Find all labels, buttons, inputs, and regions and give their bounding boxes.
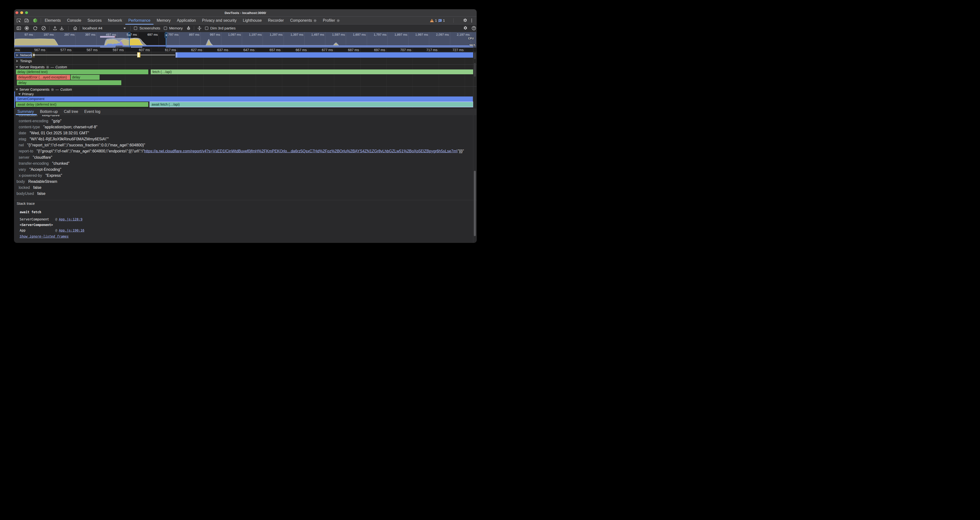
ruler-unit-label: ms [16, 48, 20, 52]
tab-lighthouse[interactable]: Lighthouse [240, 17, 265, 25]
property-value: false [33, 185, 41, 189]
react-atom-icon [51, 88, 54, 91]
flame-bar-delay[interactable]: delay [17, 80, 121, 85]
details-scrollbar-thumb[interactable] [474, 171, 476, 236]
overview-time-label: 1,597 ms [332, 33, 345, 37]
network-expand-arrow-icon[interactable] [16, 54, 18, 56]
show-ignore-listed-frames-link[interactable]: Show ignore-listed frames [20, 234, 69, 239]
timeline-overview[interactable]: 97 ms197 ms297 ms397 ms497 ms597 ms697 m… [14, 32, 477, 48]
flame-bar-delay[interactable]: delay [71, 75, 100, 80]
server-requests-track-header[interactable]: Server Requests — Custom [16, 65, 67, 69]
property-row-nel: nel"{\"report_to\":\"cf-nel\",\"success_… [19, 142, 145, 148]
ruler-time-label: 567 ms [34, 48, 45, 52]
report-endpoint-link[interactable]: https://a.nel.cloudflare.com/report/v4?s… [144, 149, 457, 153]
primary-subtrack-header[interactable]: Primary [18, 92, 34, 96]
toolbar-separator [49, 26, 49, 30]
tab-sources[interactable]: Sources [84, 17, 105, 25]
ruler-time-label: 607 ms [139, 48, 150, 52]
overview-time-label: 1,397 ms [290, 33, 303, 37]
main-pane-scrollbar-thumb[interactable] [474, 63, 476, 77]
tab-privacy-and-security[interactable]: Privacy and security [199, 17, 240, 25]
tab-memory[interactable]: Memory [154, 17, 174, 25]
toggle-sidebar-icon[interactable] [16, 26, 21, 31]
nodejs-icon [33, 18, 38, 23]
overview-time-label: 2,197 ms [457, 33, 469, 37]
property-row-transfer-encoding: transfer-encoding"chunked" [19, 160, 70, 166]
flame-bar-servercomponent[interactable]: ServerComponent [16, 97, 473, 101]
property-name: date [19, 131, 26, 135]
tab-network[interactable]: Network [105, 17, 126, 25]
network-request-block [33, 54, 35, 56]
tab-console[interactable]: Console [64, 17, 84, 25]
network-track-header[interactable]: localhost/ Network [14, 52, 32, 58]
property-value: "Accept-Encoding" [29, 167, 61, 171]
issues-warning-badge[interactable]: 1 [430, 17, 437, 25]
settings-gear-icon[interactable] [463, 18, 468, 23]
details-tab-bottom-up[interactable]: Bottom-up [38, 108, 61, 115]
performance-toolbar: localhost #4 Screenshots Memory Dim 3rd … [14, 25, 477, 32]
memory-checkbox[interactable] [164, 27, 167, 30]
capture-settings-gear-icon[interactable] [463, 26, 468, 31]
dim-3rd-parties-checkbox[interactable] [205, 27, 208, 30]
stack-function-name: ServerComponent [20, 217, 49, 222]
server-requests-collapse-icon[interactable] [16, 66, 18, 68]
window-handle-right[interactable] [165, 32, 168, 38]
flame-bar-delay-deferred-text[interactable]: delay (deferred text) [16, 70, 148, 74]
screenshots-label[interactable]: Screenshots [139, 25, 160, 32]
tab-components[interactable]: Components [287, 17, 320, 25]
flame-bar-fetch-api[interactable]: fetch (…/api) [151, 70, 473, 74]
inspect-icon[interactable] [16, 18, 21, 23]
summary-pane[interactable]: connection"keep-alive"content-encoding"g… [14, 115, 477, 200]
timings-expand-arrow-icon[interactable] [16, 60, 18, 62]
collapse-panes-icon[interactable] [197, 26, 202, 31]
home-icon[interactable] [73, 26, 78, 31]
server-components-track-header[interactable]: Server Components — Custom [16, 87, 72, 91]
stack-source-link[interactable]: App.js:128:9 [59, 217, 83, 222]
flame-bar-await-fetch-api[interactable]: await fetch (…/api) [150, 102, 473, 107]
tab-elements[interactable]: Elements [41, 17, 64, 25]
tab-application[interactable]: Application [174, 17, 199, 25]
tab-label: Performance [128, 18, 151, 23]
tab-label: Lighthouse [243, 18, 262, 23]
record-icon[interactable] [24, 26, 29, 31]
details-tab-summary[interactable]: Summary [16, 108, 37, 115]
screenshots-checkbox[interactable] [134, 27, 137, 30]
primary-collapse-icon[interactable] [18, 93, 21, 95]
flame-bar-await-delay-deferred-text[interactable]: await delay (deferred text) [16, 102, 148, 107]
stack-trace-section: Stack trace await fetchServerComponent@A… [14, 200, 477, 243]
more-options-icon[interactable] [469, 18, 474, 23]
dim-3rd-parties-label[interactable]: Dim 3rd parties [210, 25, 235, 32]
network-pane-scrollbar-thumb[interactable] [474, 52, 476, 59]
stack-at-symbol: @ [55, 228, 57, 233]
messages-badge[interactable]: 1 [438, 17, 445, 25]
window-handle-left[interactable] [128, 32, 131, 38]
tab-profiler[interactable]: Profiler [320, 17, 343, 25]
memory-label[interactable]: Memory [169, 25, 183, 32]
stack-source-link[interactable]: App.js:190:16 [59, 228, 84, 233]
tab-performance[interactable]: Performance [125, 17, 154, 25]
record-and-reload-icon[interactable] [33, 26, 38, 31]
tab-label: Console [67, 18, 81, 23]
flame-chart-tracks[interactable]: localhost/ Network Timings Server Reques… [14, 52, 477, 108]
flame-bar-delayederror-ayed-exception[interactable]: delayedError (…ayed exception) [17, 75, 70, 80]
clear-icon[interactable] [41, 26, 46, 31]
device-toolbar-icon[interactable] [24, 18, 29, 23]
react-atom-icon [337, 19, 340, 22]
upload-profile-icon[interactable] [52, 26, 57, 31]
history-dropdown[interactable]: localhost #4 [83, 25, 102, 32]
help-icon[interactable] [471, 26, 476, 31]
garbage-collect-icon[interactable] [186, 26, 191, 31]
server-components-collapse-icon[interactable] [16, 89, 18, 91]
details-tab-event-log[interactable]: Event log [83, 108, 103, 115]
ruler-time-label: 577 ms [60, 48, 72, 52]
server-requests-track-label: Server Requests [19, 65, 45, 69]
details-tab-call-tree[interactable]: Call tree [62, 108, 81, 115]
chat-icon [438, 19, 442, 23]
tab-recorder[interactable]: Recorder [265, 17, 287, 25]
selected-group-indicator [14, 91, 15, 108]
details-tab-label: Bottom-up [40, 110, 58, 114]
property-name: x-powered-by [19, 173, 42, 177]
server-components-track-label: Server Components [19, 87, 50, 91]
download-profile-icon[interactable] [59, 26, 64, 31]
property-name: body [17, 179, 25, 183]
